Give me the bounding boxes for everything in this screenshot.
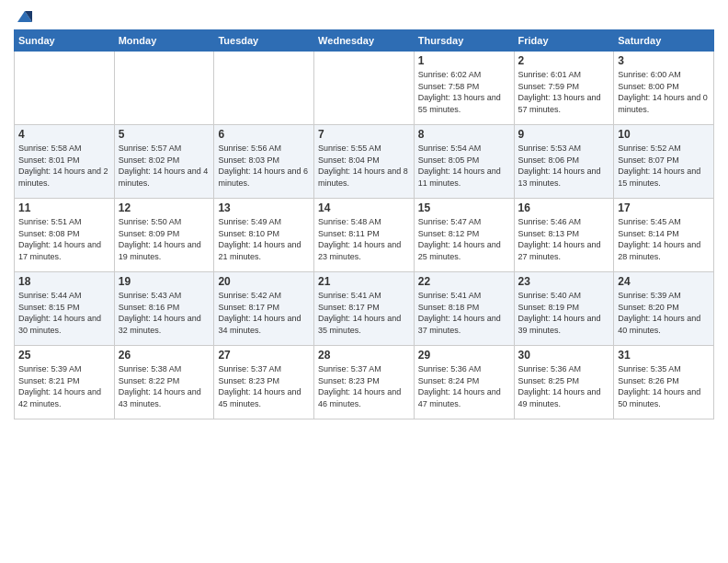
day-info: Sunrise: 6:01 AM Sunset: 7:59 PM Dayligh…	[518, 69, 610, 115]
weekday-header-friday: Friday	[514, 30, 614, 52]
calendar-cell: 26Sunrise: 5:38 AM Sunset: 8:22 PM Dayli…	[114, 346, 214, 419]
calendar-cell: 24Sunrise: 5:39 AM Sunset: 8:20 PM Dayli…	[614, 272, 714, 346]
day-info: Sunrise: 5:37 AM Sunset: 8:23 PM Dayligh…	[218, 363, 310, 409]
calendar-cell: 30Sunrise: 5:36 AM Sunset: 8:25 PM Dayli…	[514, 346, 614, 419]
day-number: 13	[218, 201, 310, 214]
logo-icon	[16, 7, 34, 26]
calendar-cell: 9Sunrise: 5:53 AM Sunset: 8:06 PM Daylig…	[514, 125, 614, 199]
calendar-cell: 20Sunrise: 5:42 AM Sunset: 8:17 PM Dayli…	[214, 272, 314, 346]
logo	[14, 9, 34, 22]
day-number: 11	[18, 201, 110, 214]
day-info: Sunrise: 6:00 AM Sunset: 8:00 PM Dayligh…	[618, 69, 710, 115]
day-number: 10	[618, 128, 710, 141]
weekday-header-wednesday: Wednesday	[314, 30, 415, 52]
day-number: 31	[618, 349, 710, 362]
day-number: 4	[18, 128, 110, 141]
day-info: Sunrise: 5:53 AM Sunset: 8:06 PM Dayligh…	[518, 143, 610, 189]
calendar-cell: 28Sunrise: 5:37 AM Sunset: 8:23 PM Dayli…	[314, 346, 415, 419]
day-number: 25	[18, 349, 110, 362]
calendar-cell: 27Sunrise: 5:37 AM Sunset: 8:23 PM Dayli…	[214, 346, 314, 419]
day-number: 8	[418, 128, 510, 141]
day-number: 6	[218, 128, 310, 141]
weekday-header-saturday: Saturday	[614, 30, 714, 52]
day-number: 29	[418, 349, 510, 362]
day-info: Sunrise: 5:55 AM Sunset: 8:04 PM Dayligh…	[318, 143, 410, 189]
calendar-cell: 2Sunrise: 6:01 AM Sunset: 7:59 PM Daylig…	[514, 52, 614, 125]
day-info: Sunrise: 5:37 AM Sunset: 8:23 PM Dayligh…	[318, 363, 410, 409]
day-info: Sunrise: 5:44 AM Sunset: 8:15 PM Dayligh…	[18, 290, 110, 336]
calendar-week-row: 11Sunrise: 5:51 AM Sunset: 8:08 PM Dayli…	[15, 199, 714, 272]
day-number: 14	[318, 201, 410, 214]
day-info: Sunrise: 5:48 AM Sunset: 8:11 PM Dayligh…	[318, 216, 410, 262]
day-number: 3	[618, 54, 710, 67]
weekday-header-monday: Monday	[114, 30, 214, 52]
day-number: 17	[618, 201, 710, 214]
day-info: Sunrise: 5:54 AM Sunset: 8:05 PM Dayligh…	[418, 143, 510, 189]
day-info: Sunrise: 5:46 AM Sunset: 8:13 PM Dayligh…	[518, 216, 610, 262]
weekday-header-sunday: Sunday	[15, 30, 115, 52]
day-number: 15	[418, 201, 510, 214]
day-info: Sunrise: 5:38 AM Sunset: 8:22 PM Dayligh…	[119, 363, 210, 409]
day-info: Sunrise: 5:39 AM Sunset: 8:21 PM Dayligh…	[18, 363, 110, 409]
calendar-cell: 16Sunrise: 5:46 AM Sunset: 8:13 PM Dayli…	[514, 199, 614, 272]
calendar-cell	[314, 52, 415, 125]
calendar-cell: 1Sunrise: 6:02 AM Sunset: 7:58 PM Daylig…	[414, 52, 514, 125]
weekday-header-row: SundayMondayTuesdayWednesdayThursdayFrid…	[15, 30, 714, 52]
calendar-cell: 21Sunrise: 5:41 AM Sunset: 8:17 PM Dayli…	[314, 272, 415, 346]
day-number: 19	[119, 275, 210, 288]
weekday-header-thursday: Thursday	[414, 30, 514, 52]
day-number: 1	[418, 54, 510, 67]
day-info: Sunrise: 5:50 AM Sunset: 8:09 PM Dayligh…	[119, 216, 210, 262]
day-info: Sunrise: 5:51 AM Sunset: 8:08 PM Dayligh…	[18, 216, 110, 262]
calendar-cell	[114, 52, 214, 125]
day-info: Sunrise: 6:02 AM Sunset: 7:58 PM Dayligh…	[418, 69, 510, 115]
day-info: Sunrise: 5:41 AM Sunset: 8:18 PM Dayligh…	[418, 290, 510, 336]
calendar-week-row: 4Sunrise: 5:58 AM Sunset: 8:01 PM Daylig…	[15, 125, 714, 199]
calendar-cell: 8Sunrise: 5:54 AM Sunset: 8:05 PM Daylig…	[414, 125, 514, 199]
day-info: Sunrise: 5:40 AM Sunset: 8:19 PM Dayligh…	[518, 290, 610, 336]
calendar-cell: 13Sunrise: 5:49 AM Sunset: 8:10 PM Dayli…	[214, 199, 314, 272]
calendar-cell: 25Sunrise: 5:39 AM Sunset: 8:21 PM Dayli…	[15, 346, 115, 419]
calendar-cell: 7Sunrise: 5:55 AM Sunset: 8:04 PM Daylig…	[314, 125, 415, 199]
calendar-cell: 22Sunrise: 5:41 AM Sunset: 8:18 PM Dayli…	[414, 272, 514, 346]
weekday-header-tuesday: Tuesday	[214, 30, 314, 52]
day-info: Sunrise: 5:47 AM Sunset: 8:12 PM Dayligh…	[418, 216, 510, 262]
day-number: 16	[518, 201, 610, 214]
calendar-cell: 29Sunrise: 5:36 AM Sunset: 8:24 PM Dayli…	[414, 346, 514, 419]
day-number: 5	[119, 128, 210, 141]
day-number: 24	[618, 275, 710, 288]
day-info: Sunrise: 5:41 AM Sunset: 8:17 PM Dayligh…	[318, 290, 410, 336]
day-number: 30	[518, 349, 610, 362]
calendar-cell: 6Sunrise: 5:56 AM Sunset: 8:03 PM Daylig…	[214, 125, 314, 199]
day-info: Sunrise: 5:43 AM Sunset: 8:16 PM Dayligh…	[119, 290, 210, 336]
day-number: 28	[318, 349, 410, 362]
day-number: 23	[518, 275, 610, 288]
calendar-cell	[214, 52, 314, 125]
calendar-cell: 18Sunrise: 5:44 AM Sunset: 8:15 PM Dayli…	[15, 272, 115, 346]
calendar-cell: 15Sunrise: 5:47 AM Sunset: 8:12 PM Dayli…	[414, 199, 514, 272]
day-number: 2	[518, 54, 610, 67]
calendar-week-row: 1Sunrise: 6:02 AM Sunset: 7:58 PM Daylig…	[15, 52, 714, 125]
calendar-cell: 5Sunrise: 5:57 AM Sunset: 8:02 PM Daylig…	[114, 125, 214, 199]
day-number: 21	[318, 275, 410, 288]
calendar-cell: 19Sunrise: 5:43 AM Sunset: 8:16 PM Dayli…	[114, 272, 214, 346]
calendar-week-row: 25Sunrise: 5:39 AM Sunset: 8:21 PM Dayli…	[15, 346, 714, 419]
calendar-cell: 17Sunrise: 5:45 AM Sunset: 8:14 PM Dayli…	[614, 199, 714, 272]
day-number: 18	[18, 275, 110, 288]
calendar-cell	[15, 52, 115, 125]
day-info: Sunrise: 5:35 AM Sunset: 8:26 PM Dayligh…	[618, 363, 710, 409]
calendar-table: SundayMondayTuesdayWednesdayThursdayFrid…	[14, 29, 714, 419]
day-number: 27	[218, 349, 310, 362]
day-info: Sunrise: 5:36 AM Sunset: 8:25 PM Dayligh…	[518, 363, 610, 409]
calendar-cell: 4Sunrise: 5:58 AM Sunset: 8:01 PM Daylig…	[15, 125, 115, 199]
calendar-cell: 31Sunrise: 5:35 AM Sunset: 8:26 PM Dayli…	[614, 346, 714, 419]
day-number: 22	[418, 275, 510, 288]
day-info: Sunrise: 5:39 AM Sunset: 8:20 PM Dayligh…	[618, 290, 710, 336]
day-number: 7	[318, 128, 410, 141]
calendar-cell: 23Sunrise: 5:40 AM Sunset: 8:19 PM Dayli…	[514, 272, 614, 346]
day-info: Sunrise: 5:57 AM Sunset: 8:02 PM Dayligh…	[119, 143, 210, 189]
day-info: Sunrise: 5:45 AM Sunset: 8:14 PM Dayligh…	[618, 216, 710, 262]
day-number: 12	[119, 201, 210, 214]
day-number: 20	[218, 275, 310, 288]
page-container: SundayMondayTuesdayWednesdayThursdayFrid…	[0, 0, 728, 429]
